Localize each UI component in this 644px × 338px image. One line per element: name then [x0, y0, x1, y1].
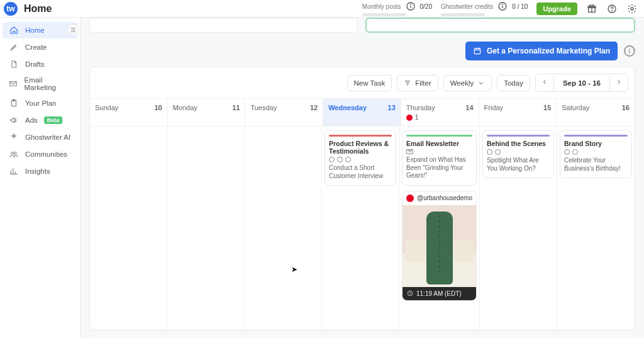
- upgrade-button[interactable]: Upgrade: [536, 3, 577, 15]
- facebook-icon: [572, 149, 578, 155]
- new-task-button[interactable]: New Task: [347, 75, 392, 91]
- sidebar-item-email-marketing[interactable]: Email Marketing: [3, 73, 77, 94]
- chevron-right-icon: [615, 78, 623, 86]
- day-col-sunday[interactable]: [90, 127, 167, 330]
- info-icon[interactable]: i: [624, 45, 635, 57]
- instagram-icon: [564, 149, 570, 155]
- people-icon: [9, 149, 19, 159]
- card-accent: [564, 135, 628, 137]
- clock-icon: [407, 290, 413, 296]
- sidebar-item-home[interactable]: Home ☰: [3, 22, 77, 38]
- pin-count: 1: [415, 114, 419, 121]
- pinterest-icon: [406, 115, 413, 121]
- metric-count: 0 / 10: [512, 3, 528, 10]
- day-head-sunday: Sunday 10: [90, 99, 168, 126]
- sidebar-item-your-plan[interactable]: Your Plan: [3, 95, 77, 111]
- sidebar-item-create[interactable]: Create: [3, 39, 77, 55]
- svg-point-11: [631, 8, 633, 10]
- plan-bar: Get a Personalized Marketing Plan i: [89, 42, 635, 60]
- day-col-saturday[interactable]: Brand Story Celebrate Your Business's Bi…: [557, 127, 635, 330]
- content-prompt-card[interactable]: Email Newsletter Expand on What Has Been…: [402, 130, 477, 186]
- today-button[interactable]: Today: [497, 75, 530, 91]
- metric-label: Ghostwriter credits: [441, 3, 493, 10]
- card-accent: [329, 135, 392, 137]
- day-name: Sunday: [95, 104, 118, 111]
- scheduled-post-card[interactable]: @urbanhousedemo 11:19 AM (EDT): [402, 191, 477, 301]
- pinterest-icon: [406, 194, 414, 202]
- metric-bar: [362, 13, 406, 16]
- metric-count: 0/20: [420, 3, 432, 10]
- day-number: 15: [543, 104, 551, 111]
- day-name: Monday: [173, 104, 197, 111]
- card-title: Brand Story: [564, 140, 628, 147]
- filter-button[interactable]: Filter: [397, 75, 438, 91]
- chevron-down-icon: [477, 79, 485, 87]
- help-icon[interactable]: [606, 3, 618, 14]
- svg-point-10: [612, 11, 613, 11]
- day-col-wednesday[interactable]: Product Reviews & Testimonials Conduct a…: [322, 127, 399, 330]
- content-prompt-card[interactable]: Product Reviews & Testimonials Conduct a…: [325, 130, 396, 186]
- sidebar-item-communities[interactable]: Communities: [3, 146, 77, 162]
- svg-point-16: [14, 152, 16, 155]
- post-time: 11:19 AM (EDT): [402, 287, 476, 300]
- banner-row: [89, 18, 635, 33]
- metric-label: Monthly posts: [362, 3, 401, 10]
- day-name: Friday: [484, 104, 504, 111]
- banner-card-right[interactable]: [365, 18, 635, 33]
- sidebar-item-label: Ads: [25, 116, 38, 124]
- card-description: Expand on What Has Been "Grinding Your G…: [406, 156, 472, 180]
- metric-bar: [441, 13, 485, 16]
- collapse-sidebar-icon[interactable]: ☰: [67, 24, 79, 35]
- sidebar-item-label: Communities: [25, 150, 67, 158]
- sidebar-item-drafts[interactable]: Drafts: [3, 56, 77, 72]
- day-number: 10: [154, 104, 162, 111]
- sidebar-item-insights[interactable]: Insights: [3, 163, 77, 179]
- content-prompt-card[interactable]: Brand Story Celebrate Your Business's Bi…: [560, 130, 632, 178]
- sidebar-item-label: Drafts: [25, 60, 45, 68]
- svg-point-15: [11, 152, 14, 155]
- svg-point-2: [410, 4, 411, 5]
- day-number: 12: [310, 104, 318, 111]
- pinterest-count: 1: [406, 114, 435, 121]
- get-marketing-plan-button[interactable]: Get a Personalized Marketing Plan: [465, 42, 618, 60]
- app-logo: tw: [4, 2, 18, 16]
- plan-button-label: Get a Personalized Marketing Plan: [487, 47, 610, 55]
- prev-week-button[interactable]: [536, 74, 553, 91]
- pencil-icon: [9, 42, 19, 52]
- page-title: Home: [24, 3, 52, 14]
- topbar: tw Home Monthly posts 0/20 Ghostwriter c…: [0, 0, 644, 18]
- metric-ghostwriter-credits: Ghostwriter credits 0 / 10: [441, 1, 528, 16]
- day-head-wednesday: Wednesday 13: [323, 99, 401, 126]
- sidebar-item-ads[interactable]: Ads Beta: [3, 112, 77, 128]
- post-image: [402, 205, 476, 287]
- day-head-thursday: Thursday 1 14: [401, 99, 479, 126]
- content-prompt-card[interactable]: Behind the Scenes Spotlight What Are You…: [482, 130, 554, 178]
- calendar-icon: [473, 47, 482, 55]
- post-header: @urbanhousedemo: [402, 191, 476, 205]
- chart-icon: [9, 166, 19, 176]
- view-label: Weekly: [450, 79, 474, 87]
- gift-icon[interactable]: [586, 3, 597, 14]
- sidebar-item-label: Create: [25, 43, 47, 51]
- info-icon[interactable]: [497, 1, 508, 12]
- banner-card-left[interactable]: [89, 18, 358, 33]
- gear-icon[interactable]: [626, 3, 638, 14]
- info-icon[interactable]: [405, 1, 416, 12]
- day-col-friday[interactable]: Behind the Scenes Spotlight What Are You…: [480, 127, 557, 330]
- sidebar-item-ghostwriter-ai[interactable]: Ghostwriter AI: [3, 129, 77, 145]
- day-name: Wednesday: [328, 104, 367, 111]
- day-name: Thursday: [406, 104, 435, 111]
- svg-point-5: [502, 4, 503, 5]
- clipboard-icon: [9, 98, 19, 108]
- day-col-thursday[interactable]: Email Newsletter Expand on What Has Been…: [399, 127, 480, 330]
- chevron-left-icon: [541, 78, 548, 86]
- view-select[interactable]: Weekly: [443, 75, 492, 91]
- mail-icon: [406, 149, 413, 154]
- card-title: Behind the Scenes: [487, 140, 550, 147]
- next-week-button[interactable]: [610, 74, 628, 91]
- card-icons: [487, 149, 550, 155]
- sidebar-item-label: Insights: [25, 167, 50, 175]
- card-icons: [406, 149, 472, 154]
- day-col-tuesday[interactable]: [245, 127, 322, 330]
- day-col-monday[interactable]: [167, 127, 245, 330]
